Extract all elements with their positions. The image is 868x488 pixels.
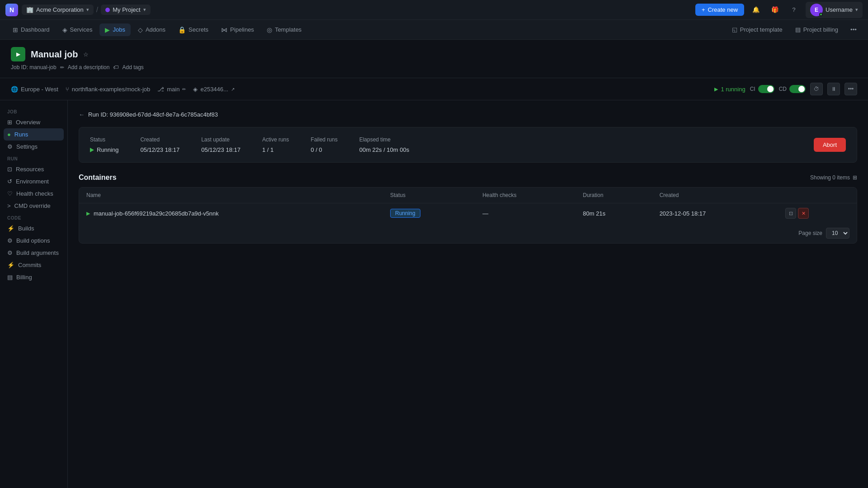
row-close-button[interactable]: ✕ bbox=[798, 208, 809, 219]
sidebar-item-resources[interactable]: ⊡ Resources bbox=[4, 163, 64, 175]
col-created: Created bbox=[652, 188, 778, 203]
failed-runs-field: Failed runs 0 / 0 bbox=[311, 136, 337, 153]
elapsed-time-field: Elapsed time 00m 22s / 10m 00s bbox=[359, 136, 410, 153]
sidebar-item-build-arguments[interactable]: ⚙ Build arguments bbox=[4, 247, 64, 259]
gift-button[interactable]: 🎁 bbox=[768, 3, 782, 17]
jobs-icon: ▶ bbox=[105, 26, 110, 33]
chevron-down-icon: ▾ bbox=[855, 7, 858, 13]
add-description-link[interactable]: Add a description bbox=[68, 64, 110, 70]
more-options-button[interactable]: ••• bbox=[846, 23, 861, 37]
created-value: 2023-12-05 18:17 bbox=[660, 210, 706, 217]
created-field: Created 05/12/23 18:17 bbox=[140, 136, 179, 153]
add-tags-link[interactable]: Add tags bbox=[122, 64, 143, 70]
github-icon: ⑂ bbox=[66, 86, 69, 93]
cmd-icon: > bbox=[7, 202, 11, 209]
run-status-card: Status Running Created 05/12/23 18:17 La… bbox=[79, 127, 857, 163]
run-id-text: Run ID: 936908ed-67dd-48cf-8e7a-6c785ac4… bbox=[88, 111, 218, 118]
templates-icon: ◎ bbox=[267, 26, 272, 33]
external-link-icon[interactable]: ↗ bbox=[231, 87, 235, 92]
sidebar-item-build-options[interactable]: ⚙ Build options bbox=[4, 235, 64, 247]
more-meta-button[interactable]: ••• bbox=[844, 83, 857, 95]
containers-table-inner: Name Status Health checks Duration Creat… bbox=[79, 188, 857, 223]
clock-button[interactable]: ⏱ bbox=[810, 83, 823, 95]
notifications-button[interactable]: 🔔 bbox=[749, 3, 763, 17]
dashboard-icon: ⊞ bbox=[13, 26, 18, 33]
sidebar-item-settings[interactable]: ⚙ Settings bbox=[4, 141, 64, 153]
row-view-button[interactable]: ⊡ bbox=[785, 208, 796, 219]
table-view-icon[interactable]: ⊞ bbox=[853, 174, 857, 181]
health-icon: ♡ bbox=[7, 190, 13, 197]
row-expand-icon[interactable]: ▶ bbox=[86, 211, 90, 216]
col-status: Status bbox=[383, 188, 475, 203]
globe-icon: 🌐 bbox=[11, 86, 18, 93]
sidebar-item-templates[interactable]: ◎ Templates bbox=[261, 23, 307, 36]
environment-icon: ↺ bbox=[7, 178, 12, 185]
breadcrumb: 🏢 Acme Corporation ▾ / My Project ▾ bbox=[22, 5, 151, 15]
sidebar-item-commits[interactable]: ⚡ Commits bbox=[4, 259, 64, 271]
bell-icon: 🔔 bbox=[752, 6, 760, 13]
sidebar-item-runs[interactable]: ● Runs bbox=[4, 128, 64, 141]
containers-table: Name Status Health checks Duration Creat… bbox=[79, 187, 857, 244]
favorite-icon[interactable]: ☆ bbox=[83, 51, 89, 58]
page-header-top: ▶ Manual job ☆ bbox=[11, 47, 857, 61]
container-name: ▶ manual-job-656f69219a29c20685db7a9d-v5… bbox=[86, 210, 376, 217]
gift-icon: 🎁 bbox=[771, 6, 779, 13]
region-item: 🌐 Europe - West bbox=[11, 86, 58, 93]
showing-items: Showing 0 items ⊞ bbox=[810, 174, 857, 181]
duration-value: 80m 21s bbox=[583, 210, 605, 217]
edit-branch-icon[interactable]: ✏ bbox=[182, 87, 186, 92]
sidebar-item-builds[interactable]: ⚡ Builds bbox=[4, 222, 64, 235]
project-selector[interactable]: My Project ▾ bbox=[101, 5, 150, 15]
project-billing-link[interactable]: ▤ Project billing bbox=[791, 23, 843, 36]
resources-icon: ⊡ bbox=[7, 166, 12, 173]
secrets-icon: 🔒 bbox=[178, 26, 186, 33]
create-new-button[interactable]: + Create new bbox=[695, 4, 744, 16]
second-nav: ⊞ Dashboard ◈ Services ▶ Jobs ◇ Addons 🔒… bbox=[0, 20, 868, 40]
status-value: Running bbox=[90, 146, 118, 153]
org-selector[interactable]: 🏢 Acme Corporation ▾ bbox=[22, 5, 94, 15]
table-header: Name Status Health checks Duration Creat… bbox=[79, 188, 857, 203]
app-logo: N bbox=[5, 4, 18, 16]
status-field: Status Running bbox=[90, 136, 118, 153]
ellipsis-h-icon: ••• bbox=[848, 86, 854, 92]
clock-icon: ⏱ bbox=[814, 86, 819, 92]
help-button[interactable]: ? bbox=[787, 3, 801, 17]
help-icon: ? bbox=[792, 6, 795, 13]
settings-icon: ⚙ bbox=[7, 143, 13, 150]
sidebar-item-cmd-override[interactable]: > CMD override bbox=[4, 200, 64, 212]
breadcrumb-separator: / bbox=[96, 6, 98, 14]
commit-item: ◈ e253446... ↗ bbox=[193, 86, 234, 93]
back-button[interactable]: ← bbox=[79, 111, 85, 118]
pause-button[interactable]: ⏸ bbox=[827, 83, 840, 95]
page-size-select[interactable]: 10 25 50 bbox=[826, 228, 849, 239]
row-created-cell: 2023-12-05 18:17 bbox=[652, 203, 778, 224]
user-menu-button[interactable]: E Username ▾ bbox=[806, 2, 863, 18]
abort-button[interactable]: Abort bbox=[814, 138, 846, 152]
row-duration-cell: 80m 21s bbox=[576, 203, 652, 224]
cd-toggle-group: CD bbox=[779, 85, 806, 93]
sidebar-item-dashboard[interactable]: ⊞ Dashboard bbox=[7, 23, 55, 36]
pipelines-icon: ⋈ bbox=[221, 26, 227, 33]
run-status-grid: Status Running Created 05/12/23 18:17 La… bbox=[90, 136, 409, 153]
sidebar-item-secrets[interactable]: 🔒 Secrets bbox=[173, 23, 214, 36]
status-badge: Running bbox=[390, 209, 420, 218]
sidebar-item-jobs[interactable]: ▶ Jobs bbox=[99, 23, 130, 36]
health-checks-value: — bbox=[482, 210, 488, 217]
tag-icon: 🏷 bbox=[113, 64, 118, 70]
sidebar-item-environment[interactable]: ↺ Environment bbox=[4, 175, 64, 188]
page-size-label: Page size bbox=[798, 230, 822, 236]
run-id-bar: ← Run ID: 936908ed-67dd-48cf-8e7a-6c785a… bbox=[79, 111, 857, 118]
sidebar-item-services[interactable]: ◈ Services bbox=[57, 23, 98, 36]
sidebar-item-health-checks[interactable]: ♡ Health checks bbox=[4, 188, 64, 200]
sidebar-item-overview[interactable]: ⊞ Overview bbox=[4, 116, 64, 128]
project-template-link[interactable]: ◱ Project template bbox=[727, 23, 787, 36]
row-status-cell: Running bbox=[383, 203, 475, 224]
cd-toggle[interactable] bbox=[789, 85, 806, 93]
sidebar-item-billing[interactable]: ▤ Billing bbox=[4, 271, 64, 283]
containers-header: Containers Showing 0 items ⊞ bbox=[79, 174, 857, 182]
sidebar-item-addons[interactable]: ◇ Addons bbox=[132, 23, 171, 36]
play-button[interactable]: ▶ bbox=[11, 47, 25, 61]
ci-toggle[interactable] bbox=[758, 85, 774, 93]
row-health-cell: — bbox=[475, 203, 576, 224]
sidebar-item-pipelines[interactable]: ⋈ Pipelines bbox=[216, 23, 259, 36]
